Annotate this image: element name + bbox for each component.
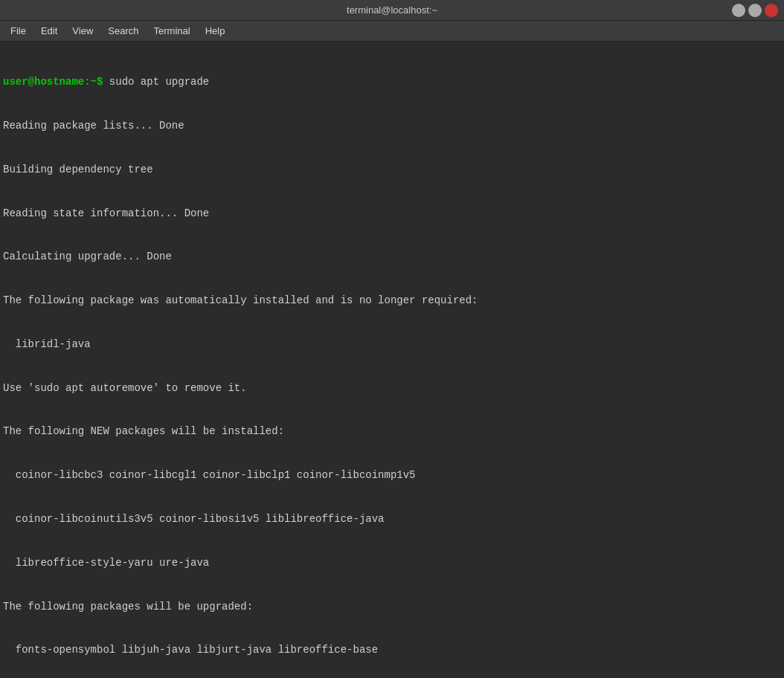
- terminal-line-8: The following NEW packages will be insta…: [3, 424, 781, 439]
- close-button[interactable]: [765, 4, 778, 17]
- prompt-line: user@hostname:~$ sudo apt upgrade: [3, 75, 781, 90]
- titlebar-controls: [732, 4, 778, 17]
- titlebar: terminal@localhost:~: [0, 0, 784, 21]
- menu-search[interactable]: Search: [100, 22, 146, 39]
- terminal-line-6: libridl-java: [3, 338, 781, 352]
- terminal-line-13: fonts-opensymbol libjuh-java libjurt-jav…: [3, 643, 781, 658]
- maximize-button[interactable]: [748, 4, 762, 17]
- terminal-line-12: The following packages will be upgraded:: [3, 600, 781, 615]
- terminal-area[interactable]: user@hostname:~$ sudo apt upgrade Readin…: [0, 42, 784, 678]
- menu-terminal[interactable]: Terminal: [147, 22, 198, 39]
- terminal-line-5: The following package was automatically …: [3, 294, 781, 309]
- terminal-line-7: Use 'sudo apt autoremove' to remove it.: [3, 381, 781, 396]
- terminal-line-2: Building dependency tree: [3, 163, 781, 178]
- terminal-line-9: coinor-libcbc3 coinor-libcgl1 coinor-lib…: [3, 468, 781, 483]
- menu-edit[interactable]: Edit: [33, 22, 65, 39]
- minimize-button[interactable]: [732, 4, 745, 17]
- prompt-user: user@hostname:~$: [3, 76, 103, 88]
- prompt-command: sudo apt upgrade: [103, 76, 209, 88]
- terminal-line-11: libreoffice-style-yaru ure-java: [3, 556, 781, 571]
- menubar: File Edit View Search Terminal Help: [0, 21, 784, 42]
- terminal-line-4: Calculating upgrade... Done: [3, 250, 781, 265]
- menu-view[interactable]: View: [65, 22, 100, 39]
- menu-help[interactable]: Help: [198, 22, 233, 39]
- titlebar-title: terminal@localhost:~: [347, 4, 437, 16]
- menu-file[interactable]: File: [3, 22, 33, 39]
- terminal-line-1: Reading package lists... Done: [3, 119, 781, 134]
- terminal-line-10: coinor-libcoinutils3v5 coinor-libosi1v5 …: [3, 512, 781, 527]
- terminal-line-3: Reading state information... Done: [3, 207, 781, 222]
